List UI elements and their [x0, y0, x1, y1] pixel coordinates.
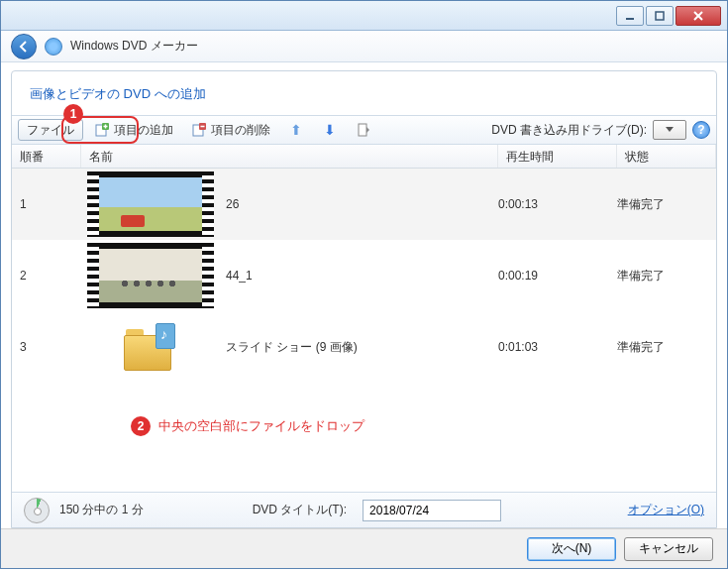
cell-order: 2 — [12, 269, 81, 283]
properties-button[interactable] — [349, 119, 378, 141]
svg-rect-1 — [656, 12, 664, 20]
cell-name: 44_1 — [220, 269, 498, 283]
next-button[interactable]: 次へ(N) — [527, 537, 616, 561]
cell-status: 準備完了 — [617, 268, 716, 284]
col-header-status[interactable]: 状態 — [617, 145, 716, 168]
filmstrip-icon — [87, 243, 214, 308]
cell-duration: 0:01:03 — [498, 340, 617, 354]
chevron-down-icon — [666, 127, 674, 133]
cell-status: 準備完了 — [617, 339, 716, 356]
dvd-title-label: DVD タイトル(T): — [253, 502, 347, 518]
video-thumbnail — [99, 249, 202, 302]
drive-label: DVD 書き込み用ドライブ(D): — [491, 122, 647, 139]
drive-dropdown[interactable] — [653, 120, 686, 140]
options-link[interactable]: オプション(O) — [628, 502, 704, 518]
col-header-order[interactable]: 順番 — [12, 145, 81, 168]
panel-heading: 画像とビデオの DVD への追加 — [12, 71, 716, 115]
filmstrip-icon — [87, 171, 214, 237]
add-item-label: 項目の追加 — [114, 122, 173, 139]
cell-order: 1 — [12, 197, 81, 211]
back-button[interactable] — [11, 34, 37, 59]
remove-item-label: 項目の削除 — [211, 122, 270, 139]
main-panel: 画像とビデオの DVD への追加 1 ファイル 項目の追加 項目の削除 ⬆ ⬇ … — [11, 70, 717, 528]
list-header: 順番 名前 再生時間 状態 — [12, 145, 716, 169]
app-window: Windows DVD メーカー 画像とビデオの DVD への追加 1 ファイル… — [0, 0, 728, 569]
table-row[interactable]: 1 26 0:00:13 準備完了 — [12, 169, 716, 240]
button-bar: 次へ(N) キャンセル — [1, 528, 727, 568]
time-used-label: 150 分中の 1 分 — [59, 502, 144, 518]
slideshow-folder-icon — [124, 323, 177, 371]
cell-duration: 0:00:13 — [498, 197, 617, 211]
remove-item-icon — [191, 122, 207, 138]
disc-usage-icon — [24, 498, 50, 523]
col-header-duration[interactable]: 再生時間 — [498, 145, 617, 168]
table-row[interactable]: 2 44_1 0:00:19 準備完了 — [12, 240, 716, 311]
close-button[interactable] — [676, 6, 721, 26]
minimize-button[interactable] — [616, 6, 644, 26]
titlebar — [1, 1, 727, 31]
annotation-2: 2 中央の空白部にファイルをドロップ — [131, 416, 364, 436]
svg-rect-11 — [359, 124, 366, 136]
remove-item-button[interactable]: 項目の削除 — [184, 119, 277, 141]
properties-icon — [356, 122, 371, 138]
app-icon — [45, 38, 62, 56]
table-row[interactable]: 3 スライド ショー (9 画像) 0:01:03 準備完了 — [12, 311, 716, 383]
annotation-badge-1: 1 — [63, 104, 83, 124]
cell-thumb — [81, 243, 220, 308]
annotation-text-2: 中央の空白部にファイルをドロップ — [158, 417, 364, 435]
col-header-name[interactable]: 名前 — [81, 145, 498, 168]
add-item-icon — [94, 122, 110, 138]
dvd-title-input[interactable] — [363, 500, 501, 521]
status-bar: 150 分中の 1 分 DVD タイトル(T): オプション(O) — [12, 492, 716, 527]
cancel-button[interactable]: キャンセル — [624, 537, 713, 561]
cell-name: スライド ショー (9 画像) — [220, 339, 498, 356]
add-item-button[interactable]: 項目の追加 — [87, 119, 180, 141]
list-body[interactable]: 1 26 0:00:13 準備完了 2 44_1 0:00:19 準備完了 3 … — [12, 169, 716, 492]
annotation-badge-2: 2 — [131, 416, 151, 436]
header-bar: Windows DVD メーカー — [1, 31, 727, 62]
cell-thumb — [81, 171, 220, 237]
maximize-button[interactable] — [646, 6, 674, 26]
cell-thumb — [81, 323, 220, 371]
cell-status: 準備完了 — [617, 196, 716, 213]
video-thumbnail — [99, 177, 202, 231]
app-title: Windows DVD メーカー — [70, 38, 198, 55]
arrow-down-icon: ⬇ — [322, 122, 338, 138]
cell-duration: 0:00:19 — [498, 269, 617, 283]
toolbar-right: DVD 書き込み用ドライブ(D): ? — [491, 120, 710, 140]
toolbar: 1 ファイル 項目の追加 項目の削除 ⬆ ⬇ DVD 書き込み用ドライブ(D):… — [12, 115, 716, 145]
move-up-button[interactable]: ⬆ — [281, 119, 311, 141]
move-down-button[interactable]: ⬇ — [315, 119, 345, 141]
help-button[interactable]: ? — [692, 121, 710, 139]
cell-name: 26 — [220, 197, 498, 211]
arrow-up-icon: ⬆ — [288, 122, 304, 138]
cell-order: 3 — [12, 340, 81, 354]
